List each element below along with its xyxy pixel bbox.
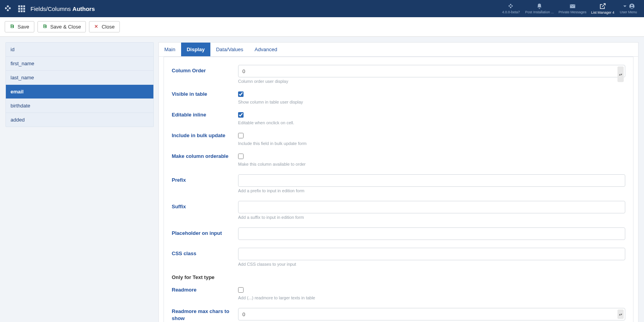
svg-point-10 xyxy=(631,5,633,6)
topbar-post-install[interactable]: Post Installation ... xyxy=(523,0,556,17)
checkbox-readmore[interactable] xyxy=(238,287,244,293)
fields-sidebar: id first_name last_name email birthdate … xyxy=(5,42,154,127)
tab-main[interactable]: Main xyxy=(159,43,181,56)
help-visible: Show column in table user display xyxy=(238,100,625,104)
spinner-icon[interactable]: ▴▾ xyxy=(617,66,624,82)
sidebar-item-first-name[interactable]: first_name xyxy=(6,57,153,71)
main-panel: Main Display Data/Values Advanced Column… xyxy=(158,42,639,322)
label-editable: Editable inline xyxy=(172,112,238,118)
open-external-icon xyxy=(599,3,606,10)
page-title: Fields/Columns Authors xyxy=(30,5,95,12)
svg-rect-2 xyxy=(23,5,25,7)
joomla-logo-icon[interactable] xyxy=(4,4,12,13)
help-bulk: Include this field in bulk update form xyxy=(238,141,625,146)
tab-advanced[interactable]: Advanced xyxy=(249,43,283,56)
tab-display[interactable]: Display xyxy=(181,43,210,56)
sidebar-item-added[interactable]: added xyxy=(6,113,153,127)
sidebar-item-last-name[interactable]: last_name xyxy=(6,71,153,85)
tab-data-values[interactable]: Data/Values xyxy=(210,43,249,56)
label-suffix: Suffix xyxy=(172,201,238,213)
topbar-messages-label: Private Messages xyxy=(559,10,587,14)
top-bar: Fields/Columns Authors 4.0.0-beta7 Post … xyxy=(0,0,644,17)
save-close-button-label: Save & Close xyxy=(50,24,81,30)
topbar-user-menu[interactable]: User Menu xyxy=(617,0,640,17)
svg-rect-0 xyxy=(18,5,20,7)
label-readmore-max: Readmore max chars to show xyxy=(172,308,238,322)
help-cssclass: Add CSS classes to your input xyxy=(238,262,625,267)
topbar-post-install-label: Post Installation ... xyxy=(525,10,554,14)
svg-rect-6 xyxy=(18,11,20,13)
joomla-icon xyxy=(508,3,514,9)
topbar-right: 4.0.0-beta7 Post Installation ... Privat… xyxy=(499,0,640,17)
save-icon xyxy=(43,24,47,30)
label-cssclass: CSS class xyxy=(172,248,238,259)
page-title-prefix: Fields/Columns xyxy=(30,5,71,12)
save-button-label: Save xyxy=(18,24,29,30)
label-column-order: Column Order xyxy=(172,65,238,77)
label-prefix: Prefix xyxy=(172,174,238,186)
label-bulk: Include in bulk update xyxy=(172,133,238,138)
svg-rect-5 xyxy=(23,8,25,10)
label-visible: Visible in table xyxy=(172,91,238,97)
page-title-bold: Authors xyxy=(73,5,95,12)
input-readmore-max[interactable] xyxy=(238,308,625,320)
bell-icon xyxy=(536,3,543,9)
topbar-version-label: 4.0.0-beta7 xyxy=(502,10,520,14)
input-prefix[interactable] xyxy=(238,174,625,187)
help-column-order: Column order user display xyxy=(238,79,625,84)
envelope-icon xyxy=(569,3,576,9)
save-close-button[interactable]: Save & Close xyxy=(37,21,86,32)
topbar-user-menu-label: User Menu xyxy=(620,10,637,14)
spinner-icon[interactable]: ▴▾ xyxy=(617,309,624,319)
input-suffix[interactable] xyxy=(238,201,625,213)
close-icon xyxy=(94,24,98,30)
help-suffix: Add a suffix to input in edition form xyxy=(238,215,625,220)
tabs: Main Display Data/Values Advanced xyxy=(159,43,638,57)
label-placeholder: Placeholder on input xyxy=(172,227,238,239)
user-circle-icon xyxy=(629,3,635,9)
topbar-list-manager[interactable]: List Manager 4 xyxy=(589,0,617,17)
close-button-label: Close xyxy=(101,24,114,30)
chevron-down-icon xyxy=(622,3,628,9)
svg-rect-3 xyxy=(18,8,20,10)
help-prefix: Add a prefix to input in edition form xyxy=(238,188,625,193)
label-orderable: Make column orderable xyxy=(172,154,238,159)
topbar-messages[interactable]: Private Messages xyxy=(556,0,589,17)
app-grid-icon[interactable] xyxy=(17,4,26,13)
label-readmore: Readmore xyxy=(172,287,238,293)
display-form: Column Order ▴▾ Column order user displa… xyxy=(164,57,633,322)
sidebar-item-email[interactable]: email xyxy=(6,85,153,99)
checkbox-bulk[interactable] xyxy=(238,133,244,138)
sidebar-item-birthdate[interactable]: birthdate xyxy=(6,99,153,113)
help-editable: Editable when onclick on cell. xyxy=(238,120,625,125)
input-column-order[interactable] xyxy=(238,65,625,77)
input-placeholder[interactable] xyxy=(238,227,625,240)
save-button[interactable]: Save xyxy=(5,21,34,32)
topbar-version[interactable]: 4.0.0-beta7 xyxy=(499,0,523,17)
topbar-list-manager-label: List Manager 4 xyxy=(591,11,614,14)
close-button[interactable]: Close xyxy=(89,21,119,32)
save-icon xyxy=(10,24,14,30)
svg-rect-7 xyxy=(21,11,23,13)
svg-rect-1 xyxy=(21,5,23,7)
checkbox-editable[interactable] xyxy=(238,112,244,118)
help-readmore: Add (...) readmore to larger texts in ta… xyxy=(238,295,625,300)
svg-rect-4 xyxy=(21,8,23,10)
section-text-only: Only for Text type xyxy=(172,274,625,280)
input-cssclass[interactable] xyxy=(238,248,625,260)
sidebar-item-id[interactable]: id xyxy=(6,43,153,57)
help-orderable: Make this column available to order xyxy=(238,162,625,166)
action-toolbar: Save Save & Close Close xyxy=(0,17,644,37)
checkbox-visible[interactable] xyxy=(238,91,244,97)
checkbox-orderable[interactable] xyxy=(238,154,244,159)
svg-rect-8 xyxy=(23,11,25,13)
